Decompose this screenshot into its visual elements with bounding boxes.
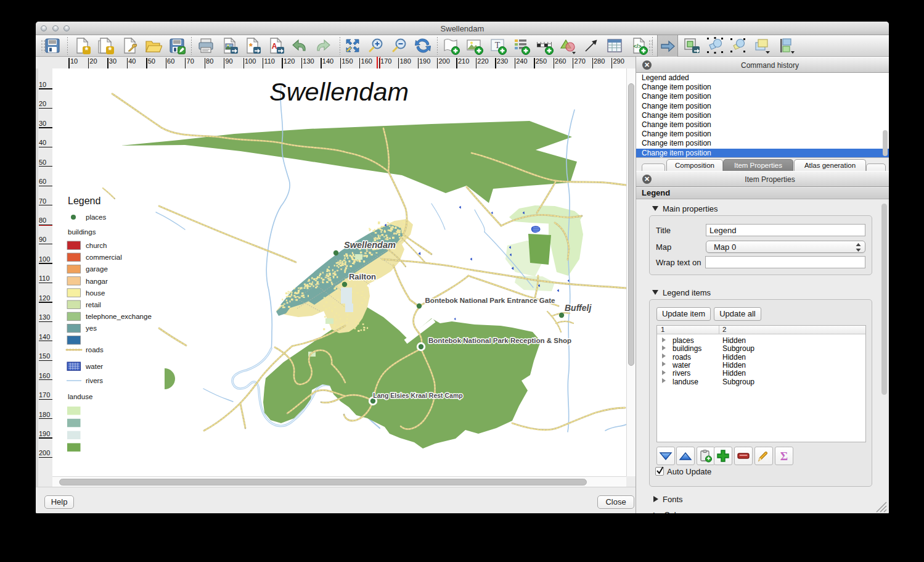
svg-text:water: water: [85, 363, 103, 370]
svg-text:Σ: Σ: [780, 450, 788, 463]
svg-text:Legend: Legend: [68, 196, 100, 206]
svg-text:A: A: [272, 42, 277, 51]
svg-text:Swellendam: Swellendam: [344, 240, 396, 250]
svg-text:hangar: hangar: [86, 278, 108, 285]
svg-text:*: *: [85, 45, 89, 55]
svg-text:church: church: [86, 242, 107, 249]
svg-text:Lang Elsies Kraal Rest Camp: Lang Elsies Kraal Rest Camp: [373, 392, 462, 399]
svg-text:garage: garage: [86, 265, 108, 273]
svg-text:house: house: [86, 289, 105, 297]
svg-text:commercial: commercial: [86, 254, 122, 261]
svg-text:yes: yes: [86, 324, 97, 332]
svg-text:landuse: landuse: [68, 393, 92, 400]
svg-text:telephone_exchange: telephone_exchange: [86, 313, 152, 320]
svg-text:places: places: [86, 213, 106, 221]
svg-text:Railton: Railton: [349, 272, 376, 281]
svg-text:roads: roads: [86, 346, 104, 353]
svg-text:*: *: [249, 41, 253, 51]
svg-text:rivers: rivers: [86, 377, 103, 384]
svg-text:Bontebok National Park Entranc: Bontebok National Park Entrance Gate: [425, 297, 555, 304]
svg-text:Swellendam: Swellendam: [269, 77, 409, 106]
svg-text:Buffelj: Buffelj: [565, 303, 592, 313]
svg-text:Bontebok National Park Recepti: Bontebok National Park Reception & Shop: [428, 337, 571, 344]
svg-text:buildings: buildings: [68, 228, 96, 236]
svg-text:retail: retail: [86, 301, 101, 308]
svg-text:*: *: [108, 45, 112, 55]
